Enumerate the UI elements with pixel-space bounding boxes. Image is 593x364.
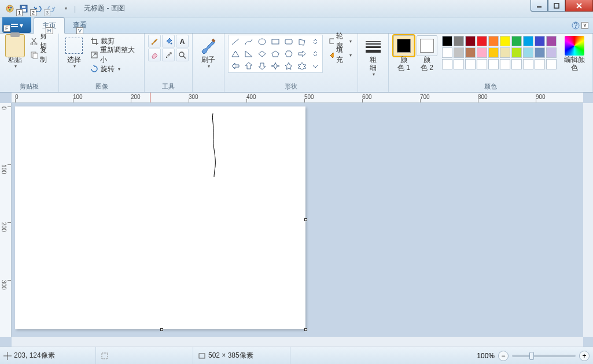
shape-arrowu[interactable] (242, 60, 255, 72)
shape-oval[interactable] (256, 36, 268, 47)
palette-color[interactable] (442, 36, 452, 46)
zoom-level: 100% (477, 352, 495, 360)
group-label: 剪贴板 (3, 81, 55, 92)
qat-badge: 3 (44, 9, 50, 16)
palette-color[interactable] (454, 36, 464, 46)
tab-view[interactable]: 查看 V (65, 17, 95, 33)
rotate-button[interactable]: 旋转 (88, 62, 141, 75)
canvas-viewport[interactable] (12, 103, 583, 337)
qat-save-button[interactable]: 1 (17, 2, 30, 15)
zoom-slider[interactable] (512, 355, 576, 357)
palette-color[interactable] (511, 47, 522, 58)
fill-button[interactable]: 填充 (326, 49, 354, 61)
palette-color[interactable] (465, 36, 476, 46)
palette-empty[interactable] (546, 59, 557, 69)
resize-handle-se[interactable] (304, 328, 307, 331)
vertical-scrollbar[interactable] (583, 103, 593, 337)
color1-button[interactable]: 颜 色 1 (392, 35, 415, 73)
shape-diamond[interactable] (256, 48, 268, 60)
shape-arrowl[interactable] (229, 60, 242, 72)
shape-star6[interactable] (296, 60, 308, 72)
qat-customize-dropdown[interactable] (59, 2, 72, 15)
qat-redo-button[interactable]: 3 (45, 2, 58, 15)
palette-empty[interactable] (500, 59, 510, 69)
shape-pentagon[interactable] (269, 48, 282, 60)
shape-more3[interactable] (309, 60, 322, 72)
palette-color[interactable] (546, 36, 557, 46)
shape-more2[interactable] (309, 48, 322, 60)
tab-home[interactable]: 主页 H (34, 17, 65, 34)
palette-empty[interactable] (523, 59, 533, 69)
palette-color[interactable] (465, 47, 476, 58)
shape-rtriangle[interactable] (242, 48, 255, 60)
zoom-in-button[interactable]: + (579, 351, 590, 361)
close-button[interactable] (565, 0, 593, 12)
select-button[interactable]: 选择 (62, 35, 86, 70)
horizontal-scrollbar[interactable] (12, 337, 583, 347)
shape-hexagon[interactable] (282, 48, 295, 60)
palette-color[interactable] (523, 36, 533, 46)
palette-color[interactable] (523, 47, 533, 58)
maximize-button[interactable] (548, 0, 565, 12)
palette-empty[interactable] (488, 59, 499, 69)
svg-point-21 (179, 52, 184, 57)
qat-undo-button[interactable]: 2 (31, 2, 44, 15)
zoom-thumb[interactable] (529, 352, 534, 360)
shape-rect[interactable] (269, 36, 282, 47)
palette-empty[interactable] (511, 59, 522, 69)
edit-colors-button[interactable]: 编辑颜色 (560, 35, 589, 73)
shape-line[interactable] (229, 36, 242, 47)
shape-star4[interactable] (269, 60, 282, 72)
clipboard-icon (5, 34, 25, 57)
shape-triangle[interactable] (229, 48, 242, 60)
palette-color[interactable] (477, 36, 487, 46)
pencil-tool[interactable] (148, 35, 161, 47)
rotate-icon (90, 65, 98, 73)
copy-button[interactable]: 复制 (28, 49, 55, 61)
palette-color[interactable] (442, 47, 452, 58)
minimize-button[interactable] (531, 0, 548, 12)
palette-empty[interactable] (454, 59, 464, 69)
resize-handle-s[interactable] (160, 328, 163, 331)
brush-button[interactable]: 刷子 (196, 35, 220, 70)
shape-arrowr[interactable] (296, 48, 308, 60)
resize-button[interactable]: 重新调整大小 (88, 49, 141, 61)
palette-color[interactable] (535, 36, 545, 46)
palette-color[interactable] (511, 36, 522, 46)
palette-color[interactable] (477, 47, 487, 58)
palette-empty[interactable] (442, 59, 452, 69)
palette-color[interactable] (500, 36, 510, 46)
group-label: 工具 (148, 81, 189, 92)
help-button[interactable]: ? Y (571, 17, 588, 33)
palette-color[interactable] (488, 36, 499, 46)
shape-more[interactable] (309, 36, 322, 47)
shape-curve[interactable] (242, 36, 255, 47)
picker-tool[interactable] (162, 49, 175, 61)
shape-polygon[interactable] (296, 36, 308, 47)
resize-handle-e[interactable] (304, 218, 307, 221)
shape-arrowd[interactable] (256, 60, 268, 72)
palette-color[interactable] (535, 47, 545, 58)
palette-color[interactable] (454, 47, 464, 58)
palette-color[interactable] (546, 47, 557, 58)
palette-color[interactable] (500, 47, 510, 58)
palette-empty[interactable] (465, 59, 476, 69)
magnifier-tool[interactable] (176, 49, 189, 61)
color2-button[interactable]: 颜 色 2 (415, 35, 439, 73)
canvas[interactable] (15, 106, 305, 329)
shape-star5[interactable] (282, 60, 295, 72)
palette-color[interactable] (488, 47, 499, 58)
qat-app-icon[interactable] (3, 2, 16, 15)
size-button[interactable]: 粗 细 (362, 35, 385, 78)
palette-empty[interactable] (535, 59, 545, 69)
file-menu-button[interactable]: ▾ F (2, 17, 31, 33)
shape-roundrect[interactable] (282, 36, 295, 47)
zoom-out-button[interactable]: − (498, 351, 509, 361)
shapes-gallery[interactable] (228, 35, 323, 73)
text-tool[interactable]: A (176, 35, 189, 47)
crop-label: 裁剪 (101, 36, 115, 46)
paste-button[interactable]: 粘贴 (3, 35, 27, 70)
fill-tool[interactable] (162, 35, 175, 47)
eraser-tool[interactable] (148, 49, 161, 61)
palette-empty[interactable] (477, 59, 487, 69)
